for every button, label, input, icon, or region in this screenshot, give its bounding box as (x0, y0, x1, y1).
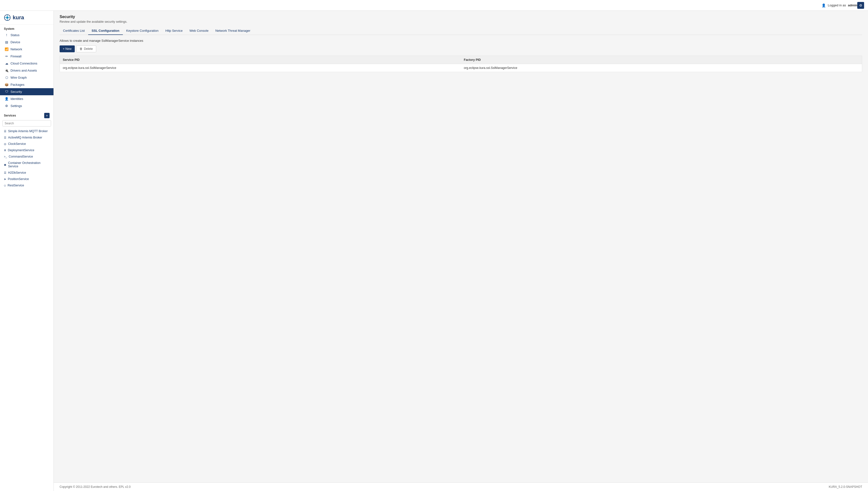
settings-gear-button[interactable]: ⚙ (857, 2, 864, 9)
new-button[interactable]: + New (60, 46, 75, 52)
version-text: KURA_5.2.0-SNAPSHOT (829, 485, 862, 489)
col-service-pid: Service PID (60, 56, 461, 64)
svg-point-1 (6, 17, 8, 19)
sidebar-service-container-orchestration[interactable]: ◉Container Orchestration Service (0, 160, 54, 170)
main-area: Security Review and update the available… (54, 11, 868, 491)
network-icon: 📶 (5, 48, 8, 51)
activemq-artemis-icon: ☰ (4, 136, 6, 139)
sidebar-item-status[interactable]: !Status (0, 31, 54, 38)
section-description: Allows to create and manage SslManagerSe… (60, 39, 862, 42)
sidebar-item-wire-graph[interactable]: ⬡Wire Graph (0, 74, 54, 81)
security-icon: 🛡 (5, 90, 8, 93)
position-service-icon: ➤ (4, 178, 6, 181)
sidebar-service-activemq-artemis[interactable]: ☰ActiveMQ Artemis Broker (0, 134, 54, 141)
sidebar-item-cloud-connections[interactable]: ☁Cloud Connections (0, 60, 54, 67)
tab-keystore-configuration[interactable]: Keystore Configuration (123, 27, 162, 35)
sidebar-service-position-service[interactable]: ➤PositionService (0, 176, 54, 182)
cell-factory-pid: org.eclipse.kura.ssl.SslManagerService (461, 64, 862, 72)
sidebar-item-label: Packages (10, 83, 24, 86)
table-body: org.eclipse.kura.ssl.SslManagerServiceor… (60, 64, 862, 72)
delete-button[interactable]: 🗑 Delete (76, 46, 96, 52)
h2db-service-icon: ☰ (4, 171, 6, 174)
service-label: DeploymentService (8, 148, 34, 152)
username-label: admin (848, 3, 857, 7)
btn-toolbar: + New 🗑 Delete (60, 46, 862, 52)
services-container: ☰Simple Artemis MQTT Broker☰ActiveMQ Art… (0, 128, 54, 189)
cell-service-pid: org.eclipse.kura.ssl.SslManagerService (60, 64, 461, 72)
page-subtitle: Review and update the available security… (60, 20, 862, 24)
logo-text: kura (13, 15, 24, 21)
sidebar-item-label: Device (10, 40, 20, 44)
copyright-text: Copyright © 2011-2022 Eurotech and other… (60, 485, 131, 489)
tabs-bar: Certificates ListSSL ConfigurationKeysto… (60, 27, 862, 35)
cloud-connections-icon: ☁ (5, 62, 8, 65)
user-icon: 👤 (821, 3, 826, 7)
tab-http-service[interactable]: Http Service (162, 27, 186, 35)
firewall-icon: ✏ (5, 55, 8, 58)
sidebar-item-identities[interactable]: 👤Identities (0, 95, 54, 103)
sidebar-service-rest-service[interactable]: ◇RestService (0, 182, 54, 189)
sidebar: kura System !Status▤Device📶Network✏Firew… (0, 11, 54, 491)
container-orchestration-icon: ◉ (4, 163, 6, 166)
settings-icon: ⚙ (5, 104, 8, 108)
service-label: H2DbService (8, 171, 26, 174)
drivers-and-assets-icon: 🔌 (5, 69, 8, 72)
sidebar-item-settings[interactable]: ⚙Settings (0, 103, 54, 110)
nav-items-container: !Status▤Device📶Network✏Firewall☁Cloud Co… (0, 31, 54, 110)
sidebar-item-label: Firewall (10, 55, 22, 58)
sidebar-item-label: Wire Graph (10, 76, 27, 79)
status-icon: ! (5, 33, 8, 37)
add-service-button[interactable]: + (44, 113, 50, 118)
sidebar-item-label: Settings (10, 104, 22, 108)
logged-in-label: Logged in as (828, 3, 846, 7)
deployment-service-icon: ⬇ (4, 149, 6, 152)
sidebar-item-device[interactable]: ▤Device (0, 38, 54, 46)
tab-certificates-list[interactable]: Certificates List (60, 27, 88, 35)
kura-logo-icon (4, 14, 11, 21)
device-icon: ▤ (5, 40, 8, 44)
sidebar-service-clock-service[interactable]: ◎ClockService (0, 141, 54, 147)
command-service-icon: >_ (4, 155, 7, 158)
delete-label: Delete (84, 47, 93, 51)
sidebar-service-simple-artemis-mqtt[interactable]: ☰Simple Artemis MQTT Broker (0, 128, 54, 134)
clock-service-icon: ◎ (4, 142, 6, 146)
service-label: PositionService (8, 177, 29, 181)
tab-web-console[interactable]: Web Console (186, 27, 212, 35)
sidebar-item-security[interactable]: 🛡Security (0, 88, 54, 95)
search-box (2, 120, 51, 126)
sidebar-item-firewall[interactable]: ✏Firewall (0, 53, 54, 60)
wire-graph-icon: ⬡ (5, 76, 8, 79)
sidebar-item-label: Cloud Connections (10, 62, 37, 65)
footer: Copyright © 2011-2022 Eurotech and other… (54, 483, 868, 491)
service-label: Simple Artemis MQTT Broker (8, 129, 48, 133)
sidebar-item-packages[interactable]: 📦Packages (0, 81, 54, 88)
services-header: Services + (0, 111, 54, 119)
services-section: Services + ☰Simple Artemis MQTT Broker☰A… (0, 110, 54, 191)
system-section-label: System (0, 25, 54, 31)
table-row: org.eclipse.kura.ssl.SslManagerServiceor… (60, 64, 862, 72)
sidebar-service-h2db-service[interactable]: ☰H2DbService (0, 170, 54, 176)
sidebar-item-label: Network (10, 48, 22, 51)
search-input[interactable] (3, 120, 51, 126)
tab-ssl-configuration[interactable]: SSL Configuration (88, 27, 123, 35)
sidebar-item-label: Drivers and Assets (10, 69, 37, 72)
sidebar-item-label: Security (10, 90, 22, 93)
layout: kura System !Status▤Device📶Network✏Firew… (0, 11, 868, 491)
sidebar-item-label: Identities (10, 97, 23, 100)
system-section: System !Status▤Device📶Network✏Firewall☁C… (0, 25, 54, 110)
service-label: ActiveMQ Artemis Broker (8, 136, 42, 139)
packages-icon: 📦 (5, 83, 8, 86)
service-label: RestService (7, 184, 24, 187)
sidebar-service-deployment-service[interactable]: ⬇DeploymentService (0, 147, 54, 153)
services-label: Services (4, 114, 16, 117)
sidebar-item-drivers-and-assets[interactable]: 🔌Drivers and Assets (0, 67, 54, 74)
rest-service-icon: ◇ (4, 184, 6, 187)
tab-network-threat-manager[interactable]: Network Threat Manager (212, 27, 254, 35)
sidebar-item-network[interactable]: 📶Network (0, 46, 54, 53)
trash-icon: 🗑 (80, 47, 83, 51)
simple-artemis-mqtt-icon: ☰ (4, 130, 6, 133)
sidebar-service-command-service[interactable]: >_CommandService (0, 153, 54, 160)
service-label: Container Orchestration Service (8, 161, 50, 168)
header-user-info: 👤 Logged in as admin (821, 3, 857, 7)
ssl-config-table: Service PID Factory PID org.eclipse.kura… (60, 56, 862, 72)
